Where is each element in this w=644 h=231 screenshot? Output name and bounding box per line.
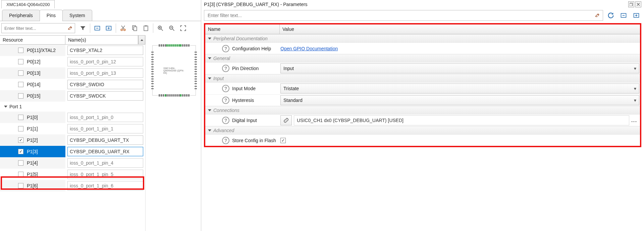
param-header-name[interactable]: Name [205,24,280,34]
clear-filter-icon[interactable] [67,25,73,31]
table-row[interactable]: P1[0] [0,112,145,123]
main-tabs: Peripherals Pins System [0,8,201,21]
group-port1[interactable]: Port 1 [0,102,145,112]
reset-icon[interactable] [606,10,616,20]
close-icon[interactable] [635,1,641,7]
left-pane: XMC1404-Q064x0200 Peripherals Pins Syste… [0,0,201,231]
filter-input[interactable] [4,25,67,31]
group-general[interactable]: General [205,54,640,62]
param-expand-all-icon[interactable] [631,10,641,20]
checkbox[interactable]: ✓ [18,137,23,143]
pin-name-input[interactable] [67,124,143,133]
checkbox-store-config[interactable]: ✓ [280,138,286,143]
parameters-title: P1[3] (CYBSP_DEBUG_UART_RX) - Parameters [204,2,308,7]
pin-id: P0[14] [27,82,40,87]
clear-param-filter-icon[interactable] [595,13,600,18]
link-icon[interactable] [280,115,292,125]
table-row[interactable]: ✓P1[3] [0,146,145,157]
pin-id: P1[4] [27,160,38,166]
row-configuration-help: ?Configuration Help Open GPIO Documentat… [205,43,640,54]
help-icon[interactable]: ? [222,45,229,52]
param-collapse-all-icon[interactable] [619,10,629,20]
checkbox[interactable] [18,59,23,64]
group-input[interactable]: Input [205,74,640,82]
help-icon[interactable]: ? [222,137,229,144]
select-input-mode[interactable]: Tristate▾ [280,83,639,94]
pin-id: P1[3] [27,149,38,154]
restore-icon[interactable] [628,1,634,7]
expand-all-icon[interactable] [104,23,114,33]
link-open-gpio-documentation[interactable]: Open GPIO Documentation [280,46,338,51]
checkbox[interactable] [18,70,23,76]
checkbox[interactable] [18,172,23,177]
table-row[interactable]: P1[1] [0,123,145,134]
tab-system[interactable]: System [62,10,92,21]
table-row[interactable]: P1[6] [0,180,145,191]
select-pin-direction[interactable]: Input▾ [280,63,639,73]
checkbox[interactable]: ✓ [18,149,23,154]
table-row[interactable]: P1[4] [0,157,145,169]
pin-name-input[interactable] [67,80,143,89]
pin-name-input[interactable] [67,158,143,168]
table-row[interactable]: P1[5] [0,169,145,180]
table-row[interactable]: P0[12] [0,56,145,67]
copy-icon[interactable] [129,23,140,33]
tab-pins[interactable]: Pins [40,10,63,21]
checkbox[interactable] [18,82,23,87]
group-peripheral-documentation[interactable]: Peripheral Documentation [205,34,640,43]
pin-name-input[interactable] [67,181,143,190]
pin-name-input[interactable] [67,91,143,101]
pin-name-input[interactable] [67,147,143,156]
group-advanced[interactable]: Advanced [205,126,640,134]
document-tab[interactable]: XMC1404-Q064x0200 [1,0,55,8]
chip-graphic[interactable]: XMC1404-Q064x0200 (QFN-64) [152,45,196,96]
pin-name-input[interactable] [67,113,143,122]
group-connections[interactable]: Connections [205,106,640,114]
checkbox[interactable] [18,115,23,120]
label-hysteresis: Hysteresis [232,98,254,103]
tab-peripherals[interactable]: Peripherals [2,10,40,21]
pin-id: P0[11]/XTAL2 [27,48,56,53]
zoom-out-icon[interactable] [167,23,177,33]
zoom-fit-icon[interactable] [178,23,188,33]
table-row[interactable]: P0[11]/XTAL2 [0,45,145,56]
select-hysteresis[interactable]: Standard▾ [280,95,639,105]
cut-icon[interactable] [118,23,128,33]
help-icon[interactable]: ? [222,97,229,104]
help-icon[interactable]: ? [222,65,229,72]
package-preview: XMC1404-Q064x0200 (QFN-64) [146,35,201,231]
param-filter-box[interactable] [204,10,603,21]
pin-id: P1[1] [27,126,38,131]
more-icon[interactable]: ... [629,118,639,123]
param-header-value[interactable]: Value [280,24,640,34]
collapse-all-icon[interactable] [92,23,102,33]
pin-name-input[interactable] [67,68,143,78]
zoom-in-icon[interactable] [155,23,165,33]
paste-icon[interactable] [141,23,151,33]
filter-icon[interactable] [78,23,88,33]
checkbox[interactable] [18,93,23,99]
param-filter-input[interactable] [207,12,595,18]
table-row[interactable]: ✓P1[2] [0,134,145,146]
checkbox[interactable] [18,48,23,53]
checkbox[interactable] [18,126,23,131]
help-icon[interactable]: ? [222,117,229,124]
header-resource[interactable]: Resource [0,36,65,44]
table-row[interactable]: P0[14] [0,79,145,90]
pin-name-input[interactable] [67,57,143,66]
header-names[interactable]: Name(s) [65,36,138,44]
checkbox[interactable] [18,160,23,166]
filter-box[interactable] [1,23,75,33]
table-row[interactable]: P0[13] [0,67,145,79]
svg-rect-8 [134,27,137,31]
scroll-up-icon[interactable] [138,36,145,44]
checkbox[interactable] [18,183,23,188]
pin-name-input[interactable] [67,170,143,179]
help-icon[interactable]: ? [222,85,229,92]
chip-label: XMC1404-Q064x0200 (QFN-64) [163,67,185,74]
resource-body: P0[11]/XTAL2 P0[12] P0[13] P0[14] P0[15]… [0,45,145,191]
pin-name-input[interactable] [67,135,143,145]
pin-id: P0[12] [27,59,40,64]
pin-name-input[interactable] [67,46,143,55]
table-row[interactable]: P0[15] [0,90,145,102]
